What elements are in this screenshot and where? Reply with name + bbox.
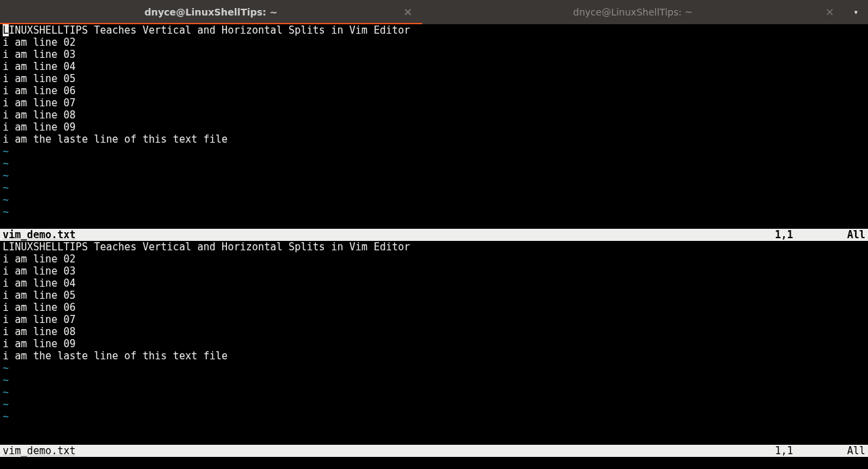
status-cursor-position: 1,1 (775, 445, 847, 457)
vim-statusline-bottom: vim_demo.txt 1,1 All (0, 445, 868, 457)
buffer-line: i am line 06 (3, 301, 865, 314)
buffer-line: i am line 03 (3, 48, 865, 61)
buffer-line: i am line 05 (3, 289, 865, 301)
vim-editor: LINUXSHELLTIPS Teaches Vertical and Hori… (0, 24, 868, 469)
status-percent: All (847, 229, 865, 241)
window-titlebar: dnyce@LinuxShellTips: ~ × dnyce@LinuxShe… (0, 0, 868, 24)
vim-command-line[interactable]: :split (0, 457, 868, 469)
terminal-tab-1[interactable]: dnyce@LinuxShellTips: ~ × (0, 0, 422, 24)
vim-statusline-top: vim_demo.txt 1,1 All (0, 229, 868, 241)
empty-line-tilde: ~ (3, 194, 865, 206)
buffer-line: i am line 09 (3, 338, 865, 350)
tab-title: dnyce@LinuxShellTips: ~ (144, 6, 277, 18)
status-percent: All (847, 445, 865, 457)
buffer-line: i am line 02 (3, 36, 865, 48)
buffer-line: i am line 08 (3, 109, 865, 121)
tab-title: dnyce@LinuxShellTips: ~ (573, 6, 692, 18)
empty-line-tilde: ~ (3, 157, 865, 170)
buffer-line: i am line 03 (3, 265, 865, 277)
buffer-line: i am line 04 (3, 61, 865, 73)
empty-line-tilde: ~ (3, 398, 865, 410)
buffer-content[interactable]: LINUXSHELLTIPS Teaches Vertical and Hori… (0, 241, 868, 445)
buffer-line: LINUXSHELLTIPS Teaches Vertical and Hori… (3, 241, 865, 253)
chevron-down-icon: ▾ (853, 6, 858, 18)
vim-pane-bottom[interactable]: LINUXSHELLTIPS Teaches Vertical and Hori… (0, 241, 868, 458)
tab-menu-button[interactable]: ▾ (844, 0, 868, 24)
vim-pane-top[interactable]: LINUXSHELLTIPS Teaches Vertical and Hori… (0, 24, 868, 241)
empty-line-tilde: ~ (3, 362, 865, 374)
buffer-line: i am line 06 (3, 85, 865, 97)
empty-line-tilde: ~ (3, 386, 865, 398)
empty-line-tilde: ~ (3, 374, 865, 386)
close-icon[interactable]: × (403, 6, 412, 18)
empty-line-tilde: ~ (3, 145, 865, 157)
status-cursor-position: 1,1 (775, 229, 847, 241)
buffer-line: i am the laste line of this text file (3, 133, 865, 145)
buffer-line: LINUXSHELLTIPS Teaches Vertical and Hori… (3, 24, 865, 36)
status-filename: vim_demo.txt (3, 445, 75, 457)
empty-line-tilde: ~ (3, 410, 865, 423)
buffer-content[interactable]: LINUXSHELLTIPS Teaches Vertical and Hori… (0, 24, 868, 229)
buffer-line: i am the laste line of this text file (3, 350, 865, 362)
empty-line-tilde: ~ (3, 170, 865, 182)
buffer-line: i am line 02 (3, 253, 865, 265)
cursor: L (3, 24, 9, 36)
buffer-line: i am line 09 (3, 121, 865, 133)
buffer-line: i am line 07 (3, 314, 865, 326)
empty-line-tilde: ~ (3, 182, 865, 194)
buffer-line: i am line 05 (3, 73, 865, 85)
status-filename: vim_demo.txt (3, 229, 75, 241)
buffer-line: i am line 04 (3, 277, 865, 289)
close-icon[interactable]: × (826, 6, 834, 18)
buffer-line: i am line 08 (3, 326, 865, 338)
terminal-tab-2[interactable]: dnyce@LinuxShellTips: ~ × (422, 0, 844, 24)
empty-line-tilde: ~ (3, 206, 865, 218)
buffer-line: i am line 07 (3, 97, 865, 109)
